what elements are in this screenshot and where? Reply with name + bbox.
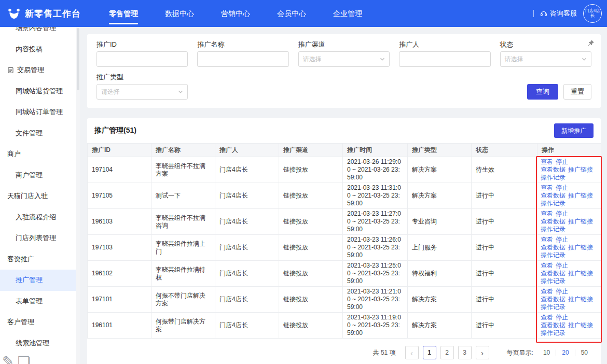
scrollbar-thumb[interactable] [77, 28, 79, 90]
user-avatar[interactable]: 门店4店长 [583, 4, 602, 23]
reset-button[interactable]: 重置 [563, 84, 591, 100]
search-button[interactable]: 查询 [527, 84, 558, 100]
view-data-link[interactable]: 查看数据 [541, 244, 565, 251]
sidebar-item-trade-management[interactable]: 交易管理 [0, 60, 80, 81]
pin-icon[interactable] [587, 39, 595, 47]
cell-type: 解决方案 [408, 287, 472, 313]
view-data-link[interactable]: 查看数据 [541, 270, 565, 277]
view-data-link[interactable]: 查看数据 [541, 218, 565, 226]
promotion-link-link[interactable]: 推广链接 [568, 270, 593, 277]
cell-actions: 查看停止查看数据推广链接操作记录 [537, 261, 601, 287]
promotion-link-link[interactable]: 推广链接 [568, 321, 593, 329]
stop-link[interactable]: 停止 [556, 210, 568, 218]
sidebar-item-store-list[interactable]: 门店列表管理 [0, 228, 80, 249]
page-button-2[interactable]: 2 [440, 346, 454, 359]
nav-item-member-center[interactable]: 会员中心 [264, 0, 320, 27]
nav-item-retail[interactable]: 零售管理 [95, 0, 151, 27]
stop-link[interactable]: 停止 [556, 288, 568, 296]
sidebar-item-file-management[interactable]: 文件管理 [0, 123, 80, 144]
nav-item-marketing-center[interactable]: 营销中心 [208, 0, 264, 27]
sidebar-item-merchant-management[interactable]: 商户管理 [0, 165, 80, 186]
view-link[interactable]: 查看 [541, 262, 553, 270]
status-select[interactable]: 请选择 [500, 51, 591, 67]
view-link[interactable]: 查看 [541, 210, 553, 218]
view-data-link[interactable]: 查看数据 [541, 192, 565, 200]
select-placeholder: 请选择 [505, 55, 523, 64]
cell-status: 进行中 [472, 235, 537, 261]
operation-log-link[interactable]: 操作记录 [541, 277, 565, 285]
cell-time: 2021-03-23 11:27:00 ~ 2021-03-25 23:59:0… [343, 209, 408, 235]
sidebar-item-lead-pool[interactable]: 线索池管理 [0, 333, 80, 354]
channel-select[interactable]: 请选择 [298, 51, 390, 67]
operation-log-link[interactable]: 操作记录 [541, 303, 565, 311]
operation-log-link[interactable]: 操作记录 [541, 174, 565, 181]
select-placeholder: 请选择 [101, 88, 120, 96]
promotion-link-link[interactable]: 推广链接 [568, 296, 593, 303]
view-data-link[interactable]: 查看数据 [541, 296, 565, 303]
operation-log-link[interactable]: 操作记录 [541, 200, 565, 207]
page-button-1[interactable]: 1 [423, 346, 436, 359]
promotion-link-link[interactable]: 推广链接 [568, 244, 593, 251]
sidebar-item-local-returns[interactable]: 同城站退货管理 [0, 81, 80, 102]
stop-link[interactable]: 停止 [556, 262, 568, 270]
field-label: 推广渠道 [298, 40, 390, 48]
promotion-link-link[interactable]: 推广链接 [568, 192, 593, 200]
promotion-link-link[interactable]: 推广链接 [568, 218, 593, 226]
operation-log-link[interactable]: 操作记录 [541, 226, 565, 233]
sidebar-scrollbar[interactable] [76, 27, 80, 364]
promoter-input[interactable] [399, 51, 490, 67]
cell-channel: 链接投放 [279, 209, 343, 235]
page-size-20[interactable]: 20 [556, 349, 575, 356]
view-data-link[interactable]: 查看数据 [541, 321, 565, 329]
sidebar-item-content-submission[interactable]: 内容投稿 [0, 39, 80, 60]
sidebar-item-customer-management[interactable]: 客户管理 [0, 312, 80, 333]
cell-promo-id: 197103 [88, 235, 151, 261]
promotion-link-link[interactable]: 推广链接 [568, 166, 593, 174]
field-promoter: 推广人 [399, 40, 490, 67]
sidebar-item-promotion-management[interactable]: 推广管理 [0, 270, 80, 291]
nav-item-enterprise[interactable]: 企业管理 [320, 0, 376, 27]
next-page-button[interactable]: › [476, 346, 489, 359]
view-link[interactable]: 查看 [541, 158, 553, 166]
stop-link[interactable]: 停止 [556, 184, 568, 192]
prev-page-button[interactable]: ‹ [405, 346, 419, 359]
view-link[interactable]: 查看 [541, 288, 553, 296]
cell-promo-name: 李晓芸组件拉满上门 [151, 235, 215, 261]
sidebar-item-local-orders[interactable]: 同城站订单管理 [0, 102, 80, 123]
sidebar-item-entry-process[interactable]: 入驻流程介绍 [0, 207, 80, 228]
view-link[interactable]: 查看 [541, 314, 553, 321]
sidebar-item-merchant[interactable]: 商户 [0, 144, 80, 165]
promo-id-input[interactable] [96, 51, 188, 67]
col-time: 推广时间 [343, 144, 408, 157]
stop-link[interactable]: 停止 [556, 314, 568, 321]
sidebar-item-tmall-store-entry[interactable]: 天猫门店入驻 [0, 186, 80, 207]
page-size-10[interactable]: 10 [537, 349, 556, 356]
promo-type-select[interactable]: 请选择 [96, 84, 188, 100]
customer-service-label: 咨询客服 [550, 9, 577, 18]
view-data-link[interactable]: 查看数据 [541, 166, 565, 174]
stop-link[interactable]: 停止 [556, 158, 568, 166]
page-button-3[interactable]: 3 [458, 346, 472, 359]
nav-item-data-center[interactable]: 数据中心 [151, 0, 208, 27]
sidebar-item-scene-content[interactable]: 场景内容管理 [0, 27, 80, 39]
view-link[interactable]: 查看 [541, 236, 553, 244]
navbar-right: 咨询客服 门店4店长 [533, 4, 607, 23]
sidebar-item-customer-promotion[interactable]: 客资推广 [0, 249, 80, 270]
table-header-bar: 推广管理(51) 新增推广 [87, 118, 601, 143]
promo-name-input[interactable] [197, 51, 288, 67]
stop-link[interactable]: 停止 [556, 236, 568, 244]
cell-promo-name: 何振带门店解决方案 [151, 313, 215, 339]
cell-promo-name: 李晓芸组件拉满特权 [151, 261, 215, 287]
sidebar-item-form-management[interactable]: 表单管理 [0, 291, 80, 312]
cell-type: 上门服务 [408, 235, 472, 261]
page-size-50[interactable]: 50 [575, 349, 594, 356]
add-promotion-button[interactable]: 新增推广 [554, 123, 594, 138]
col-promo-id: 推广ID [88, 144, 151, 157]
operation-log-link[interactable]: 操作记录 [541, 251, 565, 259]
operation-log-link[interactable]: 操作记录 [541, 329, 565, 337]
field-status: 状态 请选择 [500, 40, 591, 67]
customer-service-button[interactable]: 咨询客服 [540, 9, 577, 18]
col-channel: 推广渠道 [279, 144, 343, 157]
view-link[interactable]: 查看 [541, 184, 553, 192]
sidebar: 场景内容管理 内容投稿 交易管理 同城站退货管理 同城站订单管理 文件管理 商户… [0, 27, 80, 364]
